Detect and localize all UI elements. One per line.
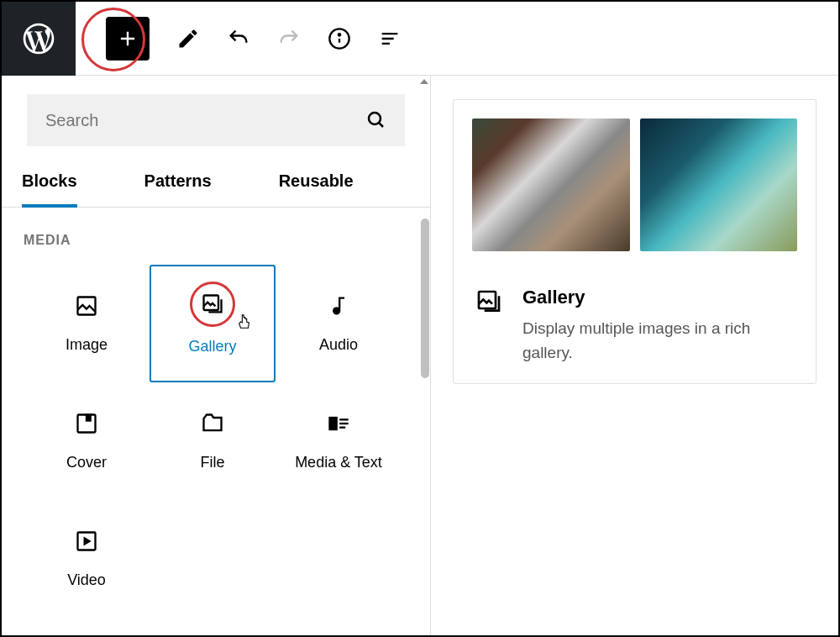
- block-preview-panel: Gallery Display multiple images in a ric…: [431, 76, 838, 635]
- list-view-icon: [378, 27, 402, 50]
- block-cover[interactable]: Cover: [24, 382, 150, 500]
- search-input[interactable]: [45, 111, 318, 130]
- block-gallery[interactable]: Gallery: [150, 265, 276, 382]
- scrollbar-thumb[interactable]: [421, 218, 429, 378]
- file-icon: [201, 412, 224, 435]
- undo-button[interactable]: [213, 13, 264, 64]
- add-block-wrapper: [91, 17, 150, 61]
- block-label: File: [200, 454, 224, 471]
- search-box: [27, 94, 405, 146]
- preview-gallery-row: [472, 118, 797, 251]
- block-media-text[interactable]: Media & Text: [276, 382, 402, 500]
- preview-card: Gallery Display multiple images in a ric…: [453, 99, 816, 384]
- tab-patterns[interactable]: Patterns: [144, 160, 212, 207]
- undo-icon: [227, 27, 250, 50]
- block-label: Video: [67, 571, 106, 589]
- redo-button[interactable]: [264, 13, 314, 64]
- media-text-icon: [327, 412, 350, 435]
- audio-icon: [327, 294, 350, 318]
- cover-icon: [75, 412, 98, 435]
- blocks-grid: Image Gallery Audio Cover File: [2, 251, 430, 631]
- svg-rect-9: [328, 416, 338, 429]
- preview-text: Gallery Display multiple images in a ric…: [522, 287, 794, 365]
- block-label: Media & Text: [295, 454, 382, 471]
- info-button[interactable]: [314, 13, 365, 64]
- pencil-icon: [176, 27, 200, 50]
- tab-blocks[interactable]: Blocks: [22, 160, 77, 208]
- gallery-icon: [475, 288, 502, 315]
- svg-line-4: [379, 123, 383, 127]
- search-icon: [366, 110, 386, 130]
- plus-icon: [116, 27, 139, 50]
- outline-button[interactable]: [365, 13, 415, 64]
- image-icon: [75, 294, 98, 318]
- svg-point-2: [339, 34, 340, 35]
- section-title-media: MEDIA: [2, 208, 430, 251]
- scroll-up-icon: [420, 79, 428, 84]
- cursor-pointer-icon: [237, 313, 252, 330]
- wordpress-logo-button[interactable]: [2, 2, 76, 76]
- block-label: Cover: [66, 454, 107, 471]
- block-audio[interactable]: Audio: [276, 265, 402, 382]
- preview-info: Gallery Display multiple images in a ric…: [472, 287, 797, 365]
- svg-rect-12: [339, 426, 345, 428]
- block-file[interactable]: File: [150, 382, 276, 500]
- gallery-icon: [201, 292, 224, 316]
- preview-description: Display multiple images in a rich galler…: [522, 317, 794, 365]
- svg-rect-10: [339, 419, 349, 420]
- wordpress-icon: [20, 20, 57, 57]
- edit-button[interactable]: [163, 13, 213, 64]
- block-label: Image: [66, 336, 108, 354]
- add-block-button[interactable]: [106, 17, 150, 61]
- preview-title: Gallery: [522, 287, 794, 308]
- tab-reusable[interactable]: Reusable: [279, 160, 354, 207]
- content-area: Blocks Patterns Reusable MEDIA Image Gal…: [2, 76, 838, 635]
- info-icon: [328, 27, 351, 50]
- redo-icon: [277, 27, 301, 50]
- svg-rect-8: [87, 414, 91, 420]
- preview-image: [472, 118, 630, 251]
- inserter-tabs: Blocks Patterns Reusable: [2, 160, 430, 208]
- svg-point-3: [369, 113, 381, 124]
- top-toolbar: [2, 2, 838, 76]
- block-video[interactable]: Video: [24, 500, 150, 618]
- block-label: Gallery: [188, 338, 236, 355]
- block-label: Audio: [319, 336, 358, 354]
- preview-image: [640, 118, 798, 251]
- gallery-icon-wrap: [201, 292, 224, 338]
- block-image[interactable]: Image: [24, 265, 150, 382]
- video-icon: [75, 529, 98, 553]
- svg-rect-11: [339, 422, 349, 424]
- inserter-panel: Blocks Patterns Reusable MEDIA Image Gal…: [2, 76, 431, 635]
